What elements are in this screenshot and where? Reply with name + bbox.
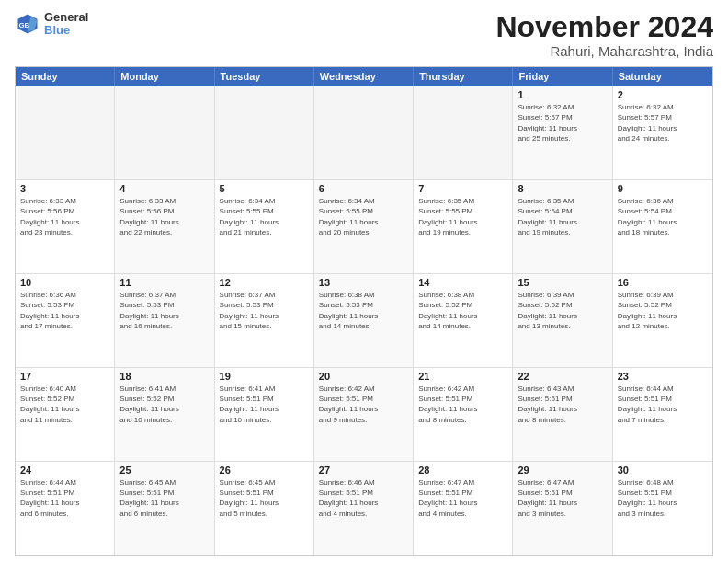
calendar-cell: 1Sunrise: 6:32 AM Sunset: 5:57 PM Daylig… xyxy=(513,86,612,179)
day-number: 16 xyxy=(618,277,708,288)
calendar-cell: 18Sunrise: 6:41 AM Sunset: 5:52 PM Dayli… xyxy=(115,368,214,461)
calendar-cell: 29Sunrise: 6:47 AM Sunset: 5:51 PM Dayli… xyxy=(513,462,612,555)
calendar-cell: 17Sunrise: 6:40 AM Sunset: 5:52 PM Dayli… xyxy=(16,368,115,461)
day-info: Sunrise: 6:45 AM Sunset: 5:51 PM Dayligh… xyxy=(119,477,209,519)
calendar-cell: 22Sunrise: 6:43 AM Sunset: 5:51 PM Dayli… xyxy=(513,368,612,461)
day-number: 11 xyxy=(119,277,209,288)
day-info: Sunrise: 6:33 AM Sunset: 5:56 PM Dayligh… xyxy=(119,196,209,237)
calendar-cell: 19Sunrise: 6:41 AM Sunset: 5:51 PM Dayli… xyxy=(215,368,314,461)
calendar-cell: 12Sunrise: 6:37 AM Sunset: 5:53 PM Dayli… xyxy=(215,274,314,367)
day-info: Sunrise: 6:42 AM Sunset: 5:51 PM Dayligh… xyxy=(319,384,408,425)
day-number: 24 xyxy=(20,465,109,476)
logo-line1: General xyxy=(44,11,88,24)
calendar-cell: 10Sunrise: 6:36 AM Sunset: 5:53 PM Dayli… xyxy=(16,274,115,367)
calendar-cell: 30Sunrise: 6:48 AM Sunset: 5:51 PM Dayli… xyxy=(613,462,712,555)
day-info: Sunrise: 6:45 AM Sunset: 5:51 PM Dayligh… xyxy=(220,477,309,519)
day-info: Sunrise: 6:42 AM Sunset: 5:51 PM Dayligh… xyxy=(418,384,507,425)
header-day-friday: Friday xyxy=(513,67,612,86)
day-number: 3 xyxy=(20,183,109,194)
header-day-sunday: Sunday xyxy=(16,67,115,86)
calendar-cell: 13Sunrise: 6:38 AM Sunset: 5:53 PM Dayli… xyxy=(314,274,414,367)
calendar-cell: 26Sunrise: 6:45 AM Sunset: 5:51 PM Dayli… xyxy=(215,462,314,555)
calendar-cell: 21Sunrise: 6:42 AM Sunset: 5:51 PM Dayli… xyxy=(414,368,513,461)
header-day-monday: Monday xyxy=(115,67,214,86)
day-number: 19 xyxy=(220,371,309,382)
day-number: 30 xyxy=(618,465,708,476)
day-info: Sunrise: 6:34 AM Sunset: 5:55 PM Dayligh… xyxy=(319,196,408,237)
day-info: Sunrise: 6:40 AM Sunset: 5:52 PM Dayligh… xyxy=(20,384,109,425)
calendar-cell: 11Sunrise: 6:37 AM Sunset: 5:53 PM Dayli… xyxy=(115,274,214,367)
day-number: 14 xyxy=(418,277,507,288)
day-info: Sunrise: 6:33 AM Sunset: 5:56 PM Dayligh… xyxy=(20,196,109,237)
day-info: Sunrise: 6:37 AM Sunset: 5:53 PM Dayligh… xyxy=(220,290,309,331)
day-number: 21 xyxy=(418,371,507,382)
day-number: 22 xyxy=(518,371,607,382)
calendar-cell: 4Sunrise: 6:33 AM Sunset: 5:56 PM Daylig… xyxy=(115,180,214,273)
day-number: 12 xyxy=(220,277,309,288)
day-info: Sunrise: 6:41 AM Sunset: 5:51 PM Dayligh… xyxy=(220,384,309,425)
day-info: Sunrise: 6:36 AM Sunset: 5:53 PM Dayligh… xyxy=(20,290,109,331)
calendar-cell: 16Sunrise: 6:39 AM Sunset: 5:52 PM Dayli… xyxy=(613,274,712,367)
day-info: Sunrise: 6:43 AM Sunset: 5:51 PM Dayligh… xyxy=(518,384,607,425)
day-number: 2 xyxy=(618,89,708,100)
header-day-saturday: Saturday xyxy=(613,67,712,86)
day-info: Sunrise: 6:39 AM Sunset: 5:52 PM Dayligh… xyxy=(618,290,708,331)
calendar-row-5: 24Sunrise: 6:44 AM Sunset: 5:51 PM Dayli… xyxy=(16,461,712,555)
calendar-row-2: 3Sunrise: 6:33 AM Sunset: 5:56 PM Daylig… xyxy=(16,179,712,273)
calendar-row-4: 17Sunrise: 6:40 AM Sunset: 5:52 PM Dayli… xyxy=(16,367,712,461)
day-info: Sunrise: 6:48 AM Sunset: 5:51 PM Dayligh… xyxy=(618,477,708,519)
day-number: 29 xyxy=(518,465,607,476)
day-number: 25 xyxy=(119,465,209,476)
calendar-cell: 15Sunrise: 6:39 AM Sunset: 5:52 PM Dayli… xyxy=(513,274,612,367)
calendar-cell xyxy=(414,86,513,179)
calendar-cell: 23Sunrise: 6:44 AM Sunset: 5:51 PM Dayli… xyxy=(613,368,712,461)
day-number: 4 xyxy=(119,183,209,194)
month-title: November 2024 xyxy=(495,11,713,43)
day-number: 8 xyxy=(518,183,607,194)
calendar-cell: 7Sunrise: 6:35 AM Sunset: 5:55 PM Daylig… xyxy=(414,180,513,273)
day-info: Sunrise: 6:35 AM Sunset: 5:55 PM Dayligh… xyxy=(418,196,507,237)
calendar-cell: 24Sunrise: 6:44 AM Sunset: 5:51 PM Dayli… xyxy=(16,462,115,555)
day-info: Sunrise: 6:38 AM Sunset: 5:52 PM Dayligh… xyxy=(418,290,507,331)
day-info: Sunrise: 6:32 AM Sunset: 5:57 PM Dayligh… xyxy=(618,102,708,144)
calendar-cell xyxy=(314,86,414,179)
page: GB General Blue November 2024 Rahuri, Ma… xyxy=(0,0,728,563)
calendar-cell: 8Sunrise: 6:35 AM Sunset: 5:54 PM Daylig… xyxy=(513,180,612,273)
day-number: 18 xyxy=(119,371,209,382)
calendar-cell xyxy=(115,86,214,179)
day-number: 13 xyxy=(319,277,408,288)
header: GB General Blue November 2024 Rahuri, Ma… xyxy=(15,11,713,59)
day-info: Sunrise: 6:38 AM Sunset: 5:53 PM Dayligh… xyxy=(319,290,408,331)
day-info: Sunrise: 6:44 AM Sunset: 5:51 PM Dayligh… xyxy=(618,384,708,425)
calendar-cell: 9Sunrise: 6:36 AM Sunset: 5:54 PM Daylig… xyxy=(613,180,712,273)
day-info: Sunrise: 6:36 AM Sunset: 5:54 PM Dayligh… xyxy=(618,196,708,237)
calendar-body: 1Sunrise: 6:32 AM Sunset: 5:57 PM Daylig… xyxy=(16,86,712,555)
day-number: 10 xyxy=(20,277,109,288)
day-number: 6 xyxy=(319,183,408,194)
calendar-cell: 14Sunrise: 6:38 AM Sunset: 5:52 PM Dayli… xyxy=(414,274,513,367)
calendar-row-3: 10Sunrise: 6:36 AM Sunset: 5:53 PM Dayli… xyxy=(16,273,712,367)
day-info: Sunrise: 6:34 AM Sunset: 5:55 PM Dayligh… xyxy=(220,196,309,237)
logo-line2: Blue xyxy=(44,24,88,37)
logo-icon: GB xyxy=(15,11,40,37)
calendar-cell: 28Sunrise: 6:47 AM Sunset: 5:51 PM Dayli… xyxy=(414,462,513,555)
day-number: 23 xyxy=(618,371,708,382)
header-day-tuesday: Tuesday xyxy=(215,67,314,86)
day-number: 7 xyxy=(418,183,507,194)
day-number: 17 xyxy=(20,371,109,382)
calendar-row-1: 1Sunrise: 6:32 AM Sunset: 5:57 PM Daylig… xyxy=(16,86,712,179)
day-info: Sunrise: 6:32 AM Sunset: 5:57 PM Dayligh… xyxy=(518,102,607,144)
calendar-cell: 20Sunrise: 6:42 AM Sunset: 5:51 PM Dayli… xyxy=(314,368,414,461)
day-info: Sunrise: 6:41 AM Sunset: 5:52 PM Dayligh… xyxy=(119,384,209,425)
day-number: 15 xyxy=(518,277,607,288)
day-number: 28 xyxy=(418,465,507,476)
day-info: Sunrise: 6:35 AM Sunset: 5:54 PM Dayligh… xyxy=(518,196,607,237)
title-block: November 2024 Rahuri, Maharashtra, India xyxy=(495,11,713,59)
calendar: SundayMondayTuesdayWednesdayThursdayFrid… xyxy=(15,66,713,556)
calendar-cell: 25Sunrise: 6:45 AM Sunset: 5:51 PM Dayli… xyxy=(115,462,214,555)
day-info: Sunrise: 6:37 AM Sunset: 5:53 PM Dayligh… xyxy=(119,290,209,331)
calendar-cell: 2Sunrise: 6:32 AM Sunset: 5:57 PM Daylig… xyxy=(613,86,712,179)
day-info: Sunrise: 6:39 AM Sunset: 5:52 PM Dayligh… xyxy=(518,290,607,331)
calendar-cell: 5Sunrise: 6:34 AM Sunset: 5:55 PM Daylig… xyxy=(215,180,314,273)
day-info: Sunrise: 6:47 AM Sunset: 5:51 PM Dayligh… xyxy=(518,477,607,519)
